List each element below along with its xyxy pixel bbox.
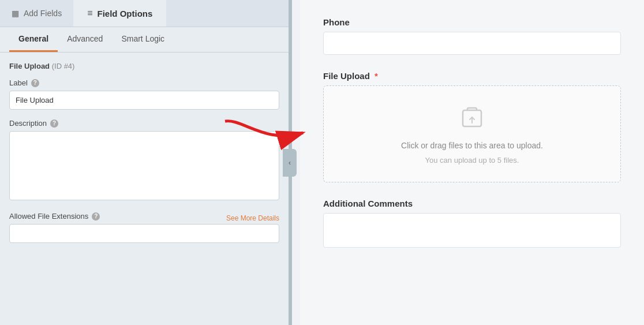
phone-label: Phone: [323, 17, 621, 27]
see-more-link[interactable]: See More Details: [226, 214, 279, 222]
label-field-label: Label ?: [9, 79, 279, 87]
sub-tabs: General Advanced Smart Logic: [0, 27, 289, 53]
label-help-icon[interactable]: ?: [31, 79, 39, 87]
additional-comments-section: Additional Comments: [323, 199, 621, 248]
collapse-handle[interactable]: ‹: [283, 149, 297, 177]
additional-comments-label: Additional Comments: [323, 199, 621, 208]
panel-content: File Upload (ID #4) Label ? Description …: [0, 53, 289, 325]
tab-general[interactable]: General: [9, 27, 58, 52]
field-id: (ID #4): [52, 62, 75, 70]
field-options-label: Field Options: [98, 9, 153, 18]
extensions-help-icon[interactable]: ?: [92, 212, 100, 221]
label-input[interactable]: [9, 91, 279, 110]
tab-smart-logic[interactable]: Smart Logic: [112, 27, 174, 52]
upload-text: Click or drag files to this area to uplo…: [401, 141, 543, 150]
file-upload-section: File Upload * Click or drag files to thi…: [323, 71, 621, 182]
description-field-label: Description ?: [9, 119, 279, 128]
upload-icon: [458, 103, 486, 135]
collapse-icon: ‹: [289, 159, 291, 167]
add-fields-label: Add Fields: [24, 9, 62, 18]
left-panel: ▦ Add Fields ≡ Field Options General Adv…: [0, 0, 289, 325]
tab-advanced[interactable]: Advanced: [58, 27, 112, 52]
description-group: Description ?: [9, 119, 279, 203]
required-star: *: [375, 71, 378, 81]
extensions-group: Allowed File Extensions ? See More Detai…: [9, 212, 279, 243]
field-options-tab[interactable]: ≡ Field Options: [73, 0, 166, 27]
add-fields-icon: ▦: [12, 9, 19, 18]
right-panel: Phone File Upload * Click or drag files …: [300, 0, 644, 325]
tab-advanced-label: Advanced: [67, 34, 103, 43]
extensions-field-label: Allowed File Extensions ?: [9, 212, 100, 221]
phone-input-display[interactable]: [323, 32, 621, 55]
label-group: Label ?: [9, 79, 279, 110]
field-options-icon: ≡: [87, 8, 92, 18]
extensions-input[interactable]: [9, 224, 279, 243]
panel-header: ▦ Add Fields ≡ Field Options: [0, 0, 289, 27]
tab-smart-logic-label: Smart Logic: [121, 34, 164, 43]
description-help-icon[interactable]: ?: [50, 119, 58, 128]
add-fields-tab[interactable]: ▦ Add Fields: [0, 0, 73, 27]
phone-group: Phone: [323, 17, 621, 55]
field-name: File Upload: [9, 62, 50, 70]
comments-input-display[interactable]: [323, 213, 621, 248]
description-textarea[interactable]: [9, 131, 279, 200]
upload-subtext: You can upload up to 5 files.: [425, 156, 519, 165]
upload-area[interactable]: Click or drag files to this area to uplo…: [323, 85, 621, 182]
file-upload-label: File Upload *: [323, 71, 621, 81]
tab-general-label: General: [18, 34, 48, 43]
field-title: File Upload (ID #4): [9, 62, 279, 70]
extensions-label-row: Allowed File Extensions ? See More Detai…: [9, 212, 279, 224]
